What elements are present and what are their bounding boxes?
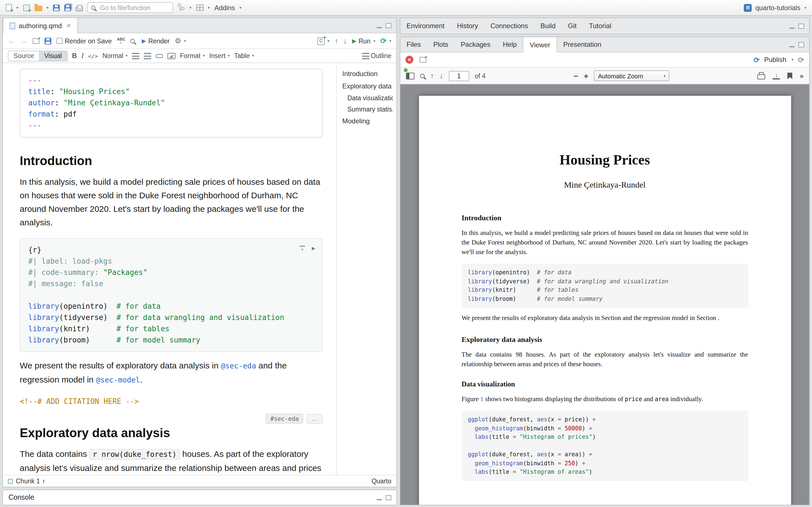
outline-item-eda[interactable]: Exploratory data ...: [342, 82, 393, 90]
open-in-new-window-icon[interactable]: ↗: [419, 57, 426, 62]
bold-button[interactable]: B: [72, 52, 77, 60]
outline-item-summary[interactable]: Summary statis...: [342, 106, 393, 113]
back-icon[interactable]: ←: [8, 37, 15, 45]
minimize-icon[interactable]: [377, 25, 382, 28]
tab-plots[interactable]: Plots: [427, 37, 455, 52]
inline-r-code[interactable]: r nrow(duke_forest): [89, 449, 180, 460]
forward-icon[interactable]: →: [20, 37, 28, 45]
table-menu[interactable]: Table ▾: [234, 52, 254, 59]
open-in-new-window-icon[interactable]: ↗: [33, 38, 40, 44]
new-file-button[interactable]: ▾: [6, 4, 18, 11]
addins-menu[interactable]: Addins ▾: [214, 4, 241, 11]
tab-environment[interactable]: Environment: [400, 18, 451, 34]
chunk-nav-label[interactable]: Chunk 1: [16, 478, 40, 485]
minimize-icon[interactable]: [377, 498, 382, 500]
tab-history[interactable]: History: [451, 18, 485, 34]
editor-heading-introduction[interactable]: Introduction: [20, 153, 322, 168]
run-chunks-above-icon[interactable]: ▼: [299, 245, 305, 251]
print-icon[interactable]: [75, 6, 83, 11]
image-icon[interactable]: [167, 53, 175, 59]
editor-paragraph-intro[interactable]: In this analysis, we build a model predi…: [20, 175, 322, 229]
spellcheck-icon[interactable]: ABC✓: [117, 37, 125, 45]
tab-files[interactable]: Files: [400, 37, 427, 52]
pdf-page-input[interactable]: 1: [449, 71, 469, 81]
render-on-save-toggle[interactable]: Render on Save: [56, 38, 112, 44]
goto-file-input[interactable]: [100, 4, 169, 11]
visual-mode-button[interactable]: Visual: [39, 51, 67, 61]
tab-tutorial[interactable]: Tutorial: [583, 18, 617, 34]
numbered-list-icon[interactable]: [144, 53, 151, 59]
tab-connections[interactable]: Connections: [484, 18, 534, 34]
bullet-list-icon[interactable]: [132, 53, 139, 59]
save-all-icon[interactable]: [64, 4, 71, 11]
find-replace-icon[interactable]: [131, 39, 135, 43]
format-menu[interactable]: Format ▾: [180, 52, 205, 59]
insert-menu[interactable]: Insert ▾: [209, 52, 230, 59]
render-button[interactable]: ▶ Render: [142, 38, 170, 44]
crossref-sec-eda[interactable]: @sec-eda: [221, 362, 256, 370]
insert-chunk-button[interactable]: C ▾: [317, 37, 329, 45]
publish-label[interactable]: Publish: [764, 56, 786, 64]
pdf-viewer-area[interactable]: Housing Prices Mine Çetinkaya-Rundel Int…: [400, 84, 809, 505]
pdf-download-icon[interactable]: ↓: [773, 72, 780, 79]
new-project-button[interactable]: [23, 4, 30, 11]
tab-packages[interactable]: Packages: [455, 37, 497, 52]
version-control-button[interactable]: ▾: [177, 4, 192, 11]
refresh-icon[interactable]: ⟳: [798, 55, 804, 64]
project-menu[interactable]: R quarto-tutorials ▾: [744, 4, 806, 11]
pdf-more-tools-icon[interactable]: »: [800, 72, 804, 80]
outline-item-dataviz[interactable]: Data visualization: [342, 95, 393, 101]
maximize-icon[interactable]: [799, 23, 804, 29]
minimize-icon[interactable]: [790, 26, 795, 29]
tab-git[interactable]: Git: [562, 18, 583, 34]
section-id-chip[interactable]: #sec-eda: [266, 413, 303, 424]
html-comment-citation[interactable]: <!--# ADD CITATION HERE -->: [20, 396, 322, 407]
code-chunk-load-pkgs[interactable]: ▼ ▶ {r}#| label: load-pkgs#| code-summar…: [20, 238, 322, 352]
editor-content[interactable]: ---title: "Housing Prices"author: "Mine …: [3, 63, 336, 475]
tab-presentation[interactable]: Presentation: [557, 37, 608, 52]
rerun-button[interactable]: ⟳ ▾: [380, 37, 391, 45]
pdf-bookmark-icon[interactable]: [788, 72, 793, 79]
editor-paragraph-eda[interactable]: The data contains r nrow(duke_forest) ho…: [20, 447, 322, 475]
section-menu-button[interactable]: …: [307, 414, 322, 424]
save-document-icon[interactable]: [45, 38, 51, 44]
maximize-icon[interactable]: [386, 23, 391, 28]
pdf-search-icon[interactable]: [420, 73, 424, 78]
code-button[interactable]: </>: [88, 53, 98, 59]
run-button[interactable]: ▶ Run ▾: [352, 38, 375, 44]
pdf-print-icon[interactable]: [758, 74, 765, 79]
chunk-nav-arrows-icon[interactable]: ▴▾: [43, 478, 45, 484]
editor-heading-eda[interactable]: Exploratory data analysis: [20, 425, 322, 441]
open-file-button[interactable]: ▾: [34, 4, 49, 11]
render-options-menu[interactable]: ⚙ ▾: [174, 37, 186, 45]
render-on-save-checkbox[interactable]: [56, 38, 63, 44]
run-chunk-icon[interactable]: ▶: [312, 243, 315, 254]
goto-file-search[interactable]: [87, 2, 173, 13]
zoom-level-select[interactable]: Automatic Zoom ▾: [594, 70, 670, 81]
crossref-sec-model[interactable]: @sec-model: [96, 376, 140, 384]
zoom-out-icon[interactable]: −: [573, 71, 578, 80]
close-icon[interactable]: ✕: [66, 22, 71, 29]
pdf-sidebar-toggle-icon[interactable]: [406, 72, 414, 79]
pane-layout-button[interactable]: ▾: [196, 4, 210, 11]
paragraph-style-dropdown[interactable]: Normal ▾: [102, 52, 128, 59]
pdf-next-page-icon[interactable]: ↓: [440, 71, 443, 80]
save-icon[interactable]: [53, 4, 60, 11]
run-next-icon[interactable]: ↓: [343, 37, 347, 45]
pdf-previous-page-icon[interactable]: ↑: [430, 71, 434, 80]
yaml-front-matter[interactable]: ---title: "Housing Prices"author: "Mine …: [20, 69, 322, 137]
tab-help[interactable]: Help: [497, 37, 523, 52]
maximize-icon[interactable]: [799, 42, 804, 47]
document-type-label[interactable]: Quarto: [371, 478, 391, 485]
outline-item-introduction[interactable]: Introduction: [342, 70, 393, 78]
minimize-icon[interactable]: [790, 45, 795, 47]
link-icon[interactable]: [156, 54, 163, 58]
editor-paragraph-present[interactable]: We present the results of exploratory da…: [20, 359, 322, 387]
italic-button[interactable]: I: [81, 52, 84, 60]
outline-toggle-button[interactable]: Outline: [362, 52, 391, 59]
tab-viewer[interactable]: Viewer: [523, 37, 557, 52]
source-mode-button[interactable]: Source: [8, 51, 39, 61]
maximize-icon[interactable]: [386, 495, 391, 500]
zoom-in-icon[interactable]: +: [584, 71, 589, 80]
run-previous-icon[interactable]: ↑: [335, 37, 338, 45]
